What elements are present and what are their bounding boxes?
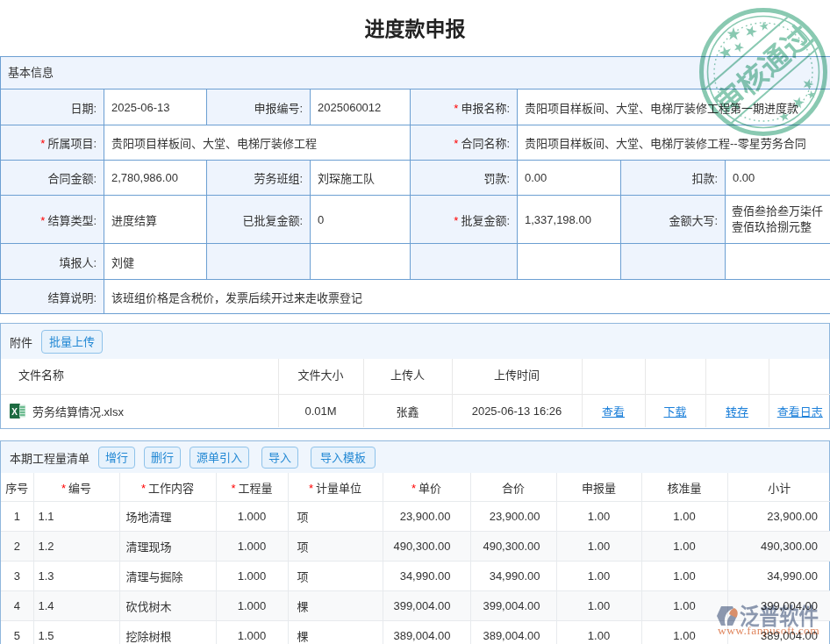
svg-text:审核通过: 审核通过: [709, 19, 819, 121]
svg-text:X: X: [11, 407, 18, 417]
svg-text:www.fanpusoft.com: www.fanpusoft.com: [718, 624, 819, 637]
